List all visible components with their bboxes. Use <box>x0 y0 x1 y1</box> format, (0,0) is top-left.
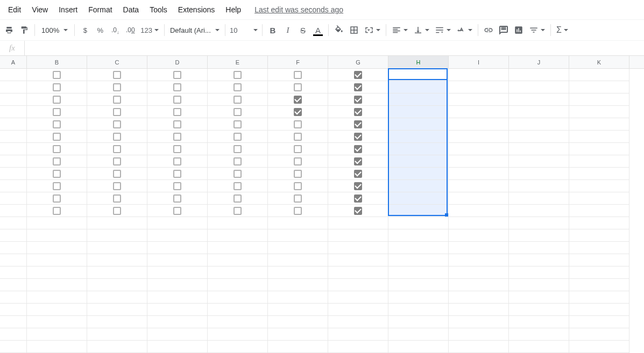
cell-G14[interactable] <box>328 229 388 242</box>
checkbox[interactable] <box>173 207 181 215</box>
cell-C4[interactable] <box>87 106 147 118</box>
borders-button[interactable] <box>347 23 361 37</box>
checkbox[interactable] <box>173 71 181 79</box>
italic-button[interactable]: I <box>281 23 295 37</box>
cell-A13[interactable] <box>0 217 27 229</box>
cell-H9[interactable] <box>388 168 449 180</box>
checkbox[interactable] <box>294 194 302 203</box>
cell-E4[interactable] <box>208 106 268 118</box>
cell-F7[interactable] <box>268 143 328 155</box>
text-rotation-dropdown[interactable] <box>454 23 475 37</box>
cell-B10[interactable] <box>27 180 87 192</box>
cell-C13[interactable] <box>87 217 147 229</box>
checkbox[interactable] <box>233 157 242 165</box>
column-header-I[interactable]: I <box>449 56 509 68</box>
checkbox[interactable] <box>233 71 242 79</box>
cell-H6[interactable] <box>388 131 449 143</box>
cell-K11[interactable] <box>569 192 629 205</box>
checkbox[interactable] <box>294 145 302 153</box>
cell-A20[interactable] <box>0 304 27 316</box>
checkbox[interactable] <box>113 170 121 178</box>
cell-A17[interactable] <box>0 266 27 279</box>
cell-D11[interactable] <box>147 192 208 205</box>
checkbox[interactable] <box>354 182 362 190</box>
bold-button[interactable]: B <box>266 23 280 37</box>
cell-H17[interactable] <box>388 266 449 279</box>
cell-H20[interactable] <box>388 304 449 316</box>
cell-A5[interactable] <box>0 118 27 131</box>
cell-H16[interactable] <box>388 254 449 266</box>
checkbox[interactable] <box>113 108 121 116</box>
checkbox[interactable] <box>173 133 181 141</box>
cell-B8[interactable] <box>27 155 87 168</box>
column-header-A[interactable]: A <box>0 56 27 68</box>
cell-G4[interactable] <box>328 106 388 118</box>
cell-C8[interactable] <box>87 155 147 168</box>
cell-J9[interactable] <box>509 168 569 180</box>
cell-K23[interactable] <box>569 341 629 353</box>
cell-K15[interactable] <box>569 242 629 254</box>
cell-C19[interactable] <box>87 291 147 304</box>
cell-I8[interactable] <box>449 155 509 168</box>
column-header-B[interactable]: B <box>27 56 87 68</box>
cell-E8[interactable] <box>208 155 268 168</box>
cell-J19[interactable] <box>509 291 569 304</box>
cell-H1[interactable] <box>388 69 449 81</box>
cell-K19[interactable] <box>569 291 629 304</box>
cell-K22[interactable] <box>569 328 629 341</box>
checkbox[interactable] <box>113 120 121 128</box>
cell-A6[interactable] <box>0 131 27 143</box>
checkbox[interactable] <box>173 170 181 178</box>
checkbox[interactable] <box>354 96 362 104</box>
checkbox[interactable] <box>53 157 61 165</box>
cell-H15[interactable] <box>388 242 449 254</box>
column-header-J[interactable]: J <box>509 56 569 68</box>
checkbox[interactable] <box>53 83 61 91</box>
functions-dropdown[interactable]: Σ <box>554 23 570 37</box>
column-header-D[interactable]: D <box>147 56 208 68</box>
cell-G6[interactable] <box>328 131 388 143</box>
fill-color-button[interactable] <box>332 23 346 37</box>
cell-D20[interactable] <box>147 304 208 316</box>
checkbox[interactable] <box>113 194 121 203</box>
checkbox[interactable] <box>233 133 242 141</box>
cell-C20[interactable] <box>87 304 147 316</box>
cell-E17[interactable] <box>208 266 268 279</box>
cell-C5[interactable] <box>87 118 147 131</box>
cell-J5[interactable] <box>509 118 569 131</box>
cell-G15[interactable] <box>328 242 388 254</box>
cell-F21[interactable] <box>268 316 328 328</box>
cell-I17[interactable] <box>449 266 509 279</box>
cell-K13[interactable] <box>569 217 629 229</box>
print-icon[interactable] <box>2 23 16 37</box>
cell-B19[interactable] <box>27 291 87 304</box>
cell-D14[interactable] <box>147 229 208 242</box>
cell-D12[interactable] <box>147 205 208 217</box>
cell-J16[interactable] <box>509 254 569 266</box>
cell-J13[interactable] <box>509 217 569 229</box>
percent-button[interactable]: % <box>93 23 107 37</box>
cell-F9[interactable] <box>268 168 328 180</box>
cell-K1[interactable] <box>569 69 629 81</box>
cell-I5[interactable] <box>449 118 509 131</box>
cell-A15[interactable] <box>0 242 27 254</box>
checkbox[interactable] <box>53 120 61 128</box>
cell-H5[interactable] <box>388 118 449 131</box>
horizontal-align-dropdown[interactable] <box>390 23 410 37</box>
cell-G18[interactable] <box>328 279 388 291</box>
cell-I22[interactable] <box>449 328 509 341</box>
cell-G23[interactable] <box>328 341 388 353</box>
cell-D16[interactable] <box>147 254 208 266</box>
cell-A21[interactable] <box>0 316 27 328</box>
cell-D1[interactable] <box>147 69 208 81</box>
cell-A11[interactable] <box>0 192 27 205</box>
cell-A2[interactable] <box>0 81 27 93</box>
checkbox[interactable] <box>354 145 362 153</box>
checkbox[interactable] <box>53 182 61 190</box>
checkbox[interactable] <box>354 83 362 91</box>
checkbox[interactable] <box>113 145 121 153</box>
cell-K18[interactable] <box>569 279 629 291</box>
cell-D15[interactable] <box>147 242 208 254</box>
cell-B22[interactable] <box>27 328 87 341</box>
insert-comment-button[interactable] <box>497 23 511 37</box>
